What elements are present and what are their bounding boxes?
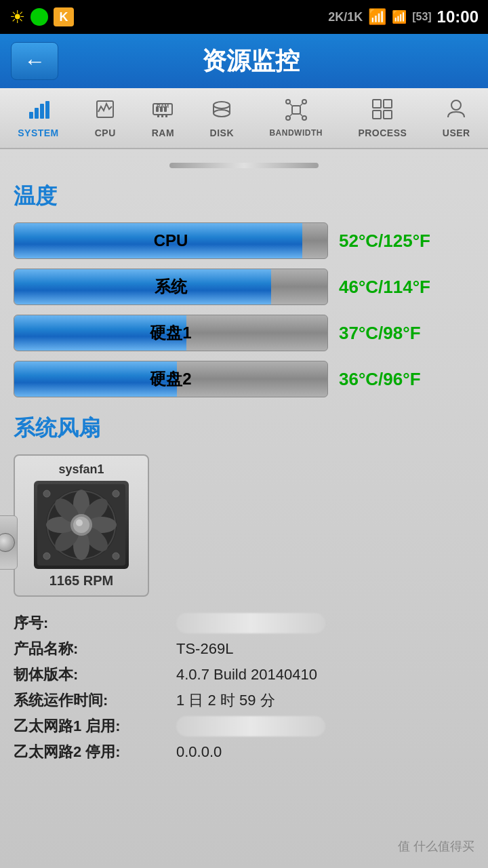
fan-rpm-label: 1165 RPM (49, 573, 114, 589)
k-icon: K (54, 7, 74, 26)
temp-bar-system: 系统 46°C/114°F (14, 269, 474, 305)
fan-card: sysfan1 (14, 454, 149, 597)
system-bar-label: 系统 (14, 276, 327, 298)
tab-user[interactable]: USER (436, 94, 477, 142)
tab-process[interactable]: PROCESS (351, 94, 413, 142)
status-right: 2K/1K 📶 📶 [53] 10:00 (328, 7, 479, 26)
value-serial-blurred (176, 613, 325, 633)
network-icon: 📶 (392, 9, 407, 24)
svg-rect-28 (373, 111, 381, 119)
svg-rect-1 (35, 108, 39, 119)
bandwidth-tab-icon (285, 99, 307, 125)
value-product: TS-269L (176, 640, 233, 658)
svg-point-46 (113, 490, 119, 497)
system-bar: 系统 (14, 269, 328, 305)
tab-process-label: PROCESS (358, 127, 407, 138)
main-content: 温度 CPU 52°C/125°F 系统 46°C/114°F 硬盘1 37°C… (0, 149, 488, 868)
hdd2-temp-value: 36°C/96°F (339, 369, 474, 390)
svg-rect-17 (292, 106, 300, 114)
fan-section: 系统风扇 sysfan1 (14, 414, 474, 597)
svg-point-18 (286, 116, 290, 120)
tab-ram[interactable]: RAM RAM (145, 94, 181, 142)
value-eth2: 0.0.0.0 (176, 743, 222, 761)
signal-text: 2K/1K (328, 10, 363, 24)
fan-image (34, 481, 129, 569)
info-row-serial: 序号: (14, 613, 474, 633)
label-eth1: 乙太网路1 启用: (14, 716, 176, 736)
label-serial: 序号: (14, 613, 176, 633)
disk-tab-icon (211, 98, 232, 125)
value-uptime: 1 日 2 时 59 分 (176, 690, 275, 711)
back-button[interactable]: ← (11, 42, 58, 80)
system-temp-value: 46°C/114°F (339, 277, 474, 298)
svg-rect-11 (165, 115, 167, 117)
bottom-brand: 值 什么值得买 (398, 838, 474, 854)
hdd2-bar-label: 硬盘2 (14, 368, 327, 390)
svg-rect-2 (40, 104, 44, 119)
wifi-icon: 📶 (368, 8, 386, 26)
hdd1-bar: 硬盘1 (14, 315, 328, 351)
hdd1-temp-value: 37°C/98°F (339, 323, 474, 344)
title-bar: ← 资源监控 (0, 34, 488, 88)
info-row-uptime: 系统运作时间: 1 日 2 时 59 分 (14, 690, 474, 711)
svg-point-20 (286, 100, 290, 104)
side-handle (0, 515, 18, 570)
tab-cpu-label: CPU (95, 127, 116, 138)
svg-point-47 (43, 553, 50, 559)
svg-text:RAM: RAM (157, 103, 169, 109)
label-product: 产品名称: (14, 639, 176, 659)
fan-svg (37, 484, 125, 566)
svg-rect-0 (29, 112, 33, 119)
svg-rect-27 (384, 100, 392, 108)
process-tab-icon (371, 98, 393, 125)
svg-line-23 (300, 114, 302, 116)
svg-point-19 (302, 116, 306, 120)
temp-bar-hdd1: 硬盘1 37°C/98°F (14, 315, 474, 351)
svg-point-30 (451, 100, 461, 110)
temp-bar-hdd2: 硬盘2 36°C/96°F (14, 361, 474, 397)
status-left: ☀ K (9, 7, 74, 28)
svg-point-21 (302, 100, 306, 104)
temp-bar-cpu: CPU 52°C/125°F (14, 222, 474, 259)
tab-disk-label: DISK (210, 127, 234, 138)
tab-user-label: USER (443, 127, 470, 138)
handle-circle (0, 533, 15, 552)
hdd1-bar-label: 硬盘1 (14, 322, 327, 344)
svg-point-48 (113, 553, 119, 559)
tab-bandwidth-label: BANDWIDTH (269, 128, 323, 138)
status-bar: ☀ K 2K/1K 📶 📶 [53] 10:00 (0, 0, 488, 34)
tab-disk[interactable]: DISK (203, 94, 241, 142)
tab-cpu[interactable]: CPU (87, 94, 123, 142)
tab-system[interactable]: SYSTEM (11, 94, 66, 142)
fan-name-label: sysfan1 (58, 462, 104, 477)
value-firmware: 4.0.7 Build 20140410 (176, 666, 317, 684)
label-eth2: 乙太网路2 停用: (14, 742, 176, 762)
info-row-eth1: 乙太网路1 启用: (14, 716, 474, 736)
svg-rect-26 (373, 100, 381, 108)
tab-bar: SYSTEM CPU RAM RAM (0, 88, 488, 149)
green-circle-icon (30, 8, 48, 26)
fan-section-title: 系统风扇 (14, 414, 474, 443)
svg-point-13 (214, 102, 230, 108)
temperature-section-title: 温度 (14, 182, 474, 212)
page-title: 资源监控 (72, 45, 430, 78)
system-tab-icon (28, 98, 49, 125)
svg-rect-10 (161, 115, 163, 117)
svg-line-22 (290, 114, 292, 116)
svg-rect-3 (45, 101, 49, 119)
clock: 10:00 (437, 7, 479, 26)
svg-rect-9 (157, 115, 159, 117)
sun-icon: ☀ (9, 7, 25, 28)
cpu-tab-icon (94, 98, 116, 125)
info-row-product: 产品名称: TS-269L (14, 639, 474, 659)
cpu-temp-value: 52°C/125°F (339, 231, 474, 252)
cpu-bar: CPU (14, 222, 328, 259)
svg-point-45 (43, 490, 50, 497)
tab-bandwidth[interactable]: BANDWIDTH (262, 95, 329, 142)
user-tab-icon (445, 98, 467, 125)
cpu-bar-label: CPU (14, 231, 327, 250)
info-section: 序号: 产品名称: TS-269L 韧体版本: 4.0.7 Build 2014… (14, 613, 474, 762)
battery-icon: [53] (412, 11, 431, 23)
tab-system-label: SYSTEM (18, 127, 59, 138)
svg-line-25 (300, 104, 302, 106)
